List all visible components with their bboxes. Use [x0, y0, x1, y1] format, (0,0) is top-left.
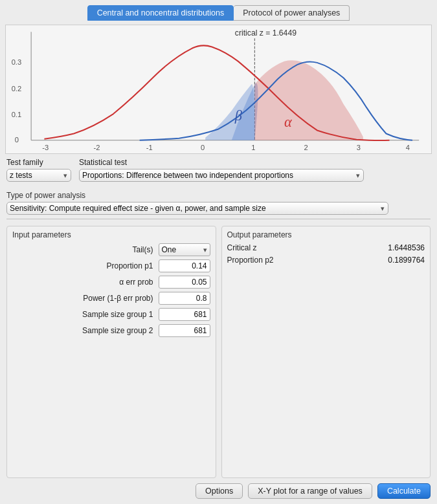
family-select-wrapper: z tests [6, 169, 71, 182]
power-analysis-label: Type of power analysis [6, 191, 431, 200]
tails-select-wrapper: One Two [159, 243, 210, 256]
proportion-p1-row: Proportion p1 [12, 259, 210, 272]
svg-text:α: α [284, 114, 293, 130]
power-row: Power (1-β err prob) [12, 292, 210, 305]
svg-text:3: 3 [357, 144, 361, 151]
svg-text:critical z = 1.6449: critical z = 1.6449 [235, 28, 297, 38]
sample-group2-input[interactable] [159, 324, 210, 337]
sample-group1-row: Sample size group 1 [12, 308, 210, 321]
alpha-err-row: α err prob [12, 276, 210, 289]
proportion-p2-value: 0.1899764 [388, 256, 425, 265]
test-select-wrapper: Proportions: Difference between two inde… [79, 169, 364, 182]
svg-text:0.3: 0.3 [12, 58, 22, 66]
tails-select[interactable]: One Two [159, 243, 210, 256]
power-label: Power (1-β err prob) [83, 294, 153, 303]
sample-group2-row: Sample size group 2 [12, 324, 210, 337]
power-select[interactable]: Sensitivity: Compute required effect siz… [6, 202, 388, 215]
tab-distributions[interactable]: Central and noncentral distributions [87, 5, 234, 21]
test-select[interactable]: Proportions: Difference between two inde… [79, 169, 364, 182]
params-section: Input parameters Tail(s) One Two Proport… [6, 226, 431, 478]
svg-text:0.1: 0.1 [12, 111, 22, 118]
sample-group2-label: Sample size group 2 [82, 326, 153, 335]
power-input[interactable] [159, 292, 210, 305]
critical-z-value: 1.6448536 [388, 243, 425, 252]
family-group: Test family z tests [6, 158, 71, 182]
proportion-p2-row: Proportion p2 0.1899764 [227, 256, 425, 265]
svg-text:4: 4 [406, 144, 410, 151]
divider [6, 219, 431, 219]
chart-area: critical z = 1.6449 0.3 0.2 0.1 0 -3 -2 … [5, 25, 432, 154]
svg-text:-1: -1 [146, 144, 153, 151]
power-select-wrapper: Sensitivity: Compute required effect siz… [6, 202, 388, 215]
family-select[interactable]: z tests [6, 169, 71, 182]
output-params-panel: Output parameters Critical z 1.6448536 P… [221, 226, 431, 478]
proportion-p2-label: Proportion p2 [227, 256, 274, 265]
sample-group1-input[interactable] [159, 308, 210, 321]
svg-text:β: β [234, 107, 243, 124]
test-label: Statistical test [79, 158, 364, 167]
sample-group1-label: Sample size group 1 [82, 310, 153, 319]
tab-bar: Central and noncentral distributions Pro… [0, 0, 437, 25]
family-test-row: Test family z tests Statistical test Pro… [6, 158, 431, 182]
critical-z-row: Critical z 1.6448536 [227, 243, 425, 252]
power-analysis-group: Type of power analysis Sensitivity: Comp… [6, 187, 431, 215]
svg-text:2: 2 [304, 144, 308, 151]
test-group: Statistical test Proportions: Difference… [79, 158, 364, 182]
calculate-button[interactable]: Calculate [377, 483, 431, 499]
tails-label: Tail(s) [133, 245, 153, 254]
family-label: Test family [6, 158, 71, 167]
alpha-err-label: α err prob [119, 278, 153, 287]
tails-row: Tail(s) One Two [12, 243, 210, 256]
input-params-panel: Input parameters Tail(s) One Two Proport… [6, 226, 216, 478]
tab-protocol[interactable]: Protocol of power analyses [234, 5, 350, 21]
xy-plot-button[interactable]: X-Y plot for a range of values [248, 483, 372, 499]
input-params-title: Input parameters [12, 230, 210, 239]
main-window: Central and noncentral distributions Pro… [0, 0, 437, 504]
bottom-bar: Options X-Y plot for a range of values C… [0, 478, 437, 504]
svg-text:-2: -2 [94, 144, 100, 151]
options-button[interactable]: Options [196, 483, 243, 499]
svg-text:0: 0 [15, 136, 19, 144]
svg-text:1: 1 [251, 144, 255, 151]
critical-z-label: Critical z [227, 243, 257, 252]
output-params-title: Output parameters [227, 230, 425, 239]
proportion-p1-label: Proportion p1 [106, 261, 153, 270]
svg-text:0.2: 0.2 [12, 85, 22, 93]
svg-text:-3: -3 [42, 144, 49, 151]
controls-area: Test family z tests Statistical test Pro… [0, 158, 437, 478]
svg-text:0: 0 [201, 144, 205, 151]
alpha-err-input[interactable] [159, 276, 210, 289]
proportion-p1-input[interactable] [159, 259, 210, 272]
